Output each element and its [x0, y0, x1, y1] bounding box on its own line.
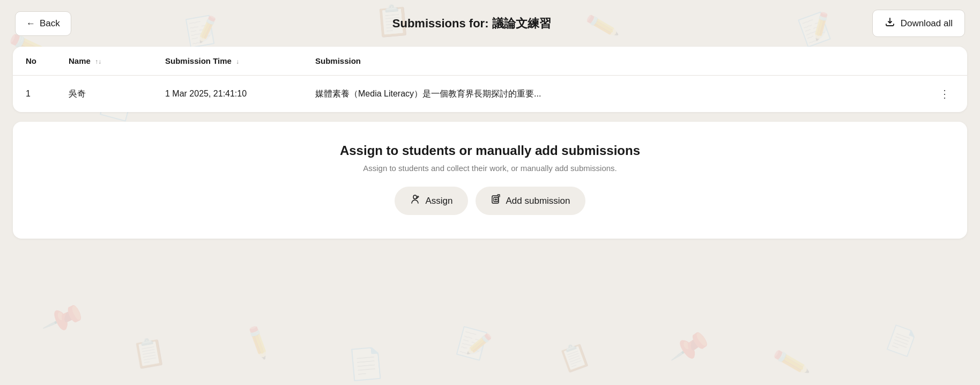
cell-name: 吳奇	[56, 76, 152, 113]
table-header-row: No Name ↑↓ Submission Time ↓ Submission	[13, 47, 967, 76]
cta-subtitle: Assign to students and collect their wor…	[363, 164, 617, 173]
download-all-label: Download all	[901, 18, 953, 29]
back-button[interactable]: ← Back	[15, 11, 71, 36]
download-icon	[885, 17, 895, 30]
cell-time: 1 Mar 2025, 21:41:10	[152, 76, 302, 113]
svg-text:📄: 📄	[882, 322, 921, 360]
cta-title: Assign to students or manually add submi…	[340, 143, 640, 158]
back-arrow-icon: ←	[26, 18, 35, 29]
title-prefix: Submissions for:	[392, 17, 489, 30]
submissions-table-card: No Name ↑↓ Submission Time ↓ Submission	[13, 47, 967, 112]
col-name-header[interactable]: Name ↑↓	[56, 47, 152, 76]
svg-text:📋: 📋	[130, 334, 168, 372]
svg-text:✏️: ✏️	[239, 323, 278, 362]
download-all-button[interactable]: Download all	[872, 10, 965, 37]
svg-text:📌: 📌	[669, 327, 711, 368]
svg-text:📌: 📌	[40, 296, 87, 342]
cell-submission: 媒體素養（Media Literacy）是一個教育界長期探討的重要...	[302, 76, 922, 113]
col-time-header[interactable]: Submission Time ↓	[152, 47, 302, 76]
svg-text:📝: 📝	[454, 324, 495, 364]
more-options-icon[interactable]: ⋮	[935, 86, 954, 102]
svg-text:📋: 📋	[555, 338, 594, 376]
cta-buttons: Assign Add submission	[395, 187, 585, 215]
cell-actions: ⋮	[922, 76, 967, 113]
assign-label: Assign	[425, 196, 452, 206]
col-no-header: No	[13, 47, 56, 76]
page-content: ← Back Submissions for: 議論文練習 Download a…	[0, 0, 980, 248]
col-actions-header	[922, 47, 967, 76]
add-submission-button[interactable]: Add submission	[476, 187, 585, 215]
name-sort-icon: ↑↓	[95, 58, 101, 65]
cta-section: Assign to students or manually add submi…	[13, 122, 967, 239]
page-title: Submissions for: 議論文練習	[71, 16, 872, 32]
svg-text:✏️: ✏️	[771, 342, 812, 382]
assign-button[interactable]: Assign	[395, 187, 467, 215]
add-submission-label: Add submission	[506, 196, 570, 206]
table-row: 1 吳奇 1 Mar 2025, 21:41:10 媒體素養（Media Lit…	[13, 76, 967, 113]
back-label: Back	[40, 18, 60, 29]
add-submission-icon	[491, 194, 501, 208]
title-name: 議論文練習	[492, 17, 551, 30]
cell-no: 1	[13, 76, 56, 113]
col-submission-header: Submission	[302, 47, 922, 76]
header: ← Back Submissions for: 議論文練習 Download a…	[13, 10, 967, 37]
assign-icon	[410, 194, 420, 208]
svg-text:📄: 📄	[346, 345, 386, 383]
submissions-table: No Name ↑↓ Submission Time ↓ Submission	[13, 47, 967, 112]
time-sort-icon: ↓	[236, 58, 239, 65]
